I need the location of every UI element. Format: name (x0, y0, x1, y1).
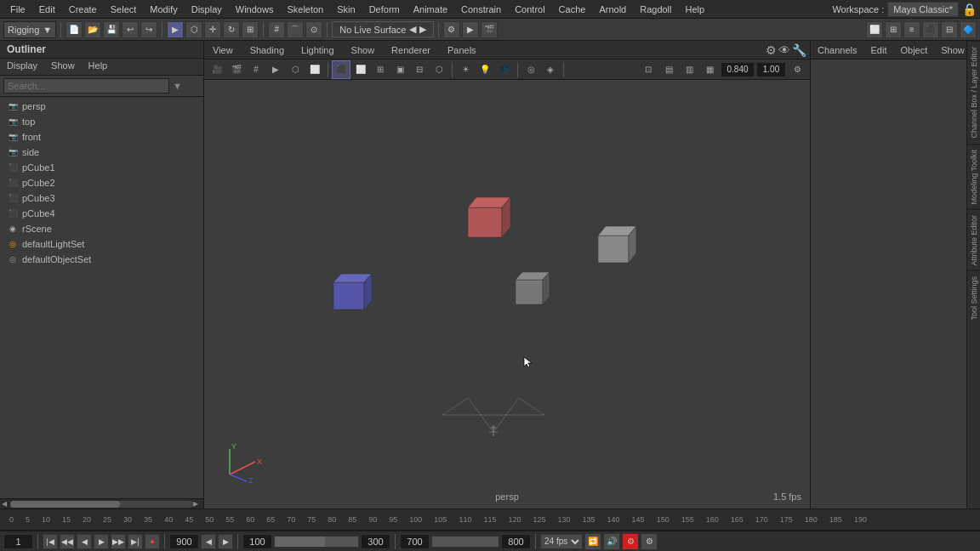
loop-btn[interactable]: 🔁 (584, 533, 601, 550)
channels-menu[interactable]: Channels (811, 43, 863, 57)
audio-btn[interactable]: 🔊 (603, 533, 620, 550)
vp-menu-lighting[interactable]: Lighting (293, 43, 343, 57)
outliner-item-front[interactable]: 📷 front (0, 129, 203, 145)
outliner-item-rscene[interactable]: ◉ rScene (0, 221, 203, 236)
vp-shade2-btn[interactable]: ⬜ (351, 60, 370, 79)
menu-modify[interactable]: Modify (143, 3, 184, 16)
menu-skeleton[interactable]: Skeleton (280, 3, 330, 16)
lock-icon[interactable]: 🔒 (962, 3, 977, 16)
vp-shade5-btn[interactable]: ⊟ (410, 60, 429, 79)
outliner-menu-show[interactable]: Show (44, 59, 82, 75)
vp-menu-shading[interactable]: Shading (242, 43, 293, 57)
vp-settings-btn[interactable]: ⚙ (788, 60, 806, 79)
outliner-item-top[interactable]: 📷 top (0, 114, 203, 129)
tab-tool-settings[interactable]: Tool Settings (967, 270, 980, 326)
menu-display[interactable]: Display (185, 3, 229, 16)
cube-red-container[interactable] (459, 190, 515, 247)
timeline-area[interactable]: 0 5 10 15 20 25 30 35 40 45 50 55 60 65 … (0, 508, 980, 531)
ipr-btn[interactable]: 🎬 (481, 21, 498, 38)
vp-lasso-btn[interactable]: ⬡ (286, 60, 305, 79)
new-scene-btn[interactable]: 📄 (66, 21, 83, 38)
open-btn[interactable]: 📂 (84, 21, 101, 38)
outliner-item-lightset[interactable]: ◎ defaultLightSet (0, 236, 203, 252)
lasso-btn[interactable]: ⬡ (185, 21, 202, 38)
range-slider[interactable] (274, 536, 359, 548)
vp-wire-btn[interactable]: ⬜ (305, 60, 324, 79)
tab-modeling-toolkit[interactable]: Modeling Toolkit (967, 144, 980, 209)
vp-value-input1[interactable] (721, 62, 755, 77)
move-btn[interactable]: ✛ (204, 21, 221, 38)
menu-skin[interactable]: Skin (330, 3, 362, 16)
outliner-menu-display[interactable]: Display (0, 59, 44, 75)
tab-attribute-editor[interactable]: Attribute Editor (967, 209, 980, 271)
menu-create[interactable]: Create (62, 3, 104, 16)
outliner-item-pcube3[interactable]: ⬛ pCube3 (0, 190, 203, 206)
vp-icon1[interactable]: ⚙ (766, 43, 777, 57)
tab-channel-box[interactable]: Channel Box / Layer Editor (967, 41, 980, 144)
rotate-btn[interactable]: ↻ (223, 21, 240, 38)
vp-icon-btn3[interactable]: ▦ (700, 60, 719, 79)
toolkit-icon1[interactable]: ⬜ (866, 21, 883, 38)
vp-menu-renderer[interactable]: Renderer (383, 43, 439, 57)
live-surface-btn[interactable]: No Live Surface ◀ ▶ (332, 21, 433, 37)
vp-iso-btn[interactable]: ◈ (541, 60, 560, 79)
save-btn[interactable]: 💾 (103, 21, 120, 38)
snap-grid-btn[interactable]: # (268, 21, 285, 38)
vp-grid-btn[interactable]: # (247, 60, 265, 79)
outliner-item-pcube1[interactable]: ⬛ pCube1 (0, 160, 203, 175)
snap-curve-btn[interactable]: ⌒ (287, 21, 304, 38)
menu-edit[interactable]: Edit (32, 3, 62, 16)
outliner-item-objectset[interactable]: ◎ defaultObjectSet (0, 252, 203, 267)
range-slider2[interactable] (431, 536, 499, 548)
vp-menu-panels[interactable]: Panels (439, 43, 485, 57)
range-end2-input[interactable] (501, 534, 531, 549)
outliner-menu-help[interactable]: Help (82, 59, 115, 75)
vp-shadow-btn[interactable]: 🌑 (495, 60, 514, 79)
vp-shade6-btn[interactable]: ⬡ (430, 60, 448, 79)
scroll-right-btn[interactable]: ▶ (193, 500, 202, 508)
vp-value-input2[interactable] (756, 62, 786, 77)
menu-help[interactable]: Help (679, 3, 712, 16)
step-fwd-btn[interactable]: ▶▶ (111, 534, 126, 549)
redo-btn[interactable]: ↪ (140, 21, 157, 38)
record-btn[interactable]: ● (145, 534, 160, 549)
menu-select[interactable]: Select (104, 3, 144, 16)
end-frame-input[interactable] (361, 534, 390, 549)
menu-file[interactable]: File (3, 3, 32, 16)
vp-menu-show[interactable]: Show (343, 43, 384, 57)
play-fwd-btn[interactable]: ▶ (94, 534, 109, 549)
menu-cache[interactable]: Cache (552, 3, 593, 16)
vp-shade1-btn[interactable]: ⬛ (332, 60, 350, 79)
menu-windows[interactable]: Windows (229, 3, 281, 16)
undo-btn[interactable]: ↩ (122, 21, 139, 38)
vp-cam-btn[interactable]: 🎥 (208, 60, 226, 79)
select-btn[interactable]: ▶ (167, 21, 184, 38)
step-back-btn[interactable]: ◀◀ (60, 534, 75, 549)
menu-control[interactable]: Control (508, 3, 551, 16)
search-options-btn[interactable]: ▼ (173, 81, 182, 91)
channels-object[interactable]: Object (893, 43, 934, 57)
vp-icon-btn2[interactable]: ▥ (680, 60, 698, 79)
search-input[interactable] (3, 78, 169, 94)
toolkit-icon2[interactable]: ⊞ (885, 21, 902, 38)
scroll-left-btn[interactable]: ◀ (2, 500, 10, 508)
vp-xray-btn[interactable]: ◎ (521, 60, 540, 79)
anim-settings-btn[interactable]: ⚙ (622, 533, 639, 550)
menu-ragdoll[interactable]: Ragdoll (633, 3, 678, 16)
toolkit-icon4[interactable]: ⬛ (922, 21, 939, 38)
fps-select[interactable]: 24 fps 30 fps 60 fps (540, 534, 583, 549)
render-settings-btn[interactable]: ⚙ (443, 21, 460, 38)
range-end-input[interactable] (400, 534, 430, 549)
toolkit-icon6[interactable]: 🔷 (960, 21, 977, 38)
menu-constrain[interactable]: Constrain (454, 3, 508, 16)
workspace-dropdown[interactable]: Maya Classic* (887, 2, 959, 17)
vp-light1-btn[interactable]: ☀ (456, 60, 475, 79)
outliner-scrollbar[interactable]: ◀ ▶ (0, 498, 203, 508)
go-start-btn[interactable]: |◀ (43, 534, 58, 549)
start-frame-input[interactable] (242, 534, 272, 549)
vp-film-btn[interactable]: 🎬 (227, 60, 246, 79)
extra-btn[interactable]: ⚙ (641, 533, 658, 550)
go-end-btn[interactable]: ▶| (128, 534, 143, 549)
cube-gray2-container[interactable] (510, 267, 553, 311)
toolkit-icon3[interactable]: ≡ (903, 21, 920, 38)
